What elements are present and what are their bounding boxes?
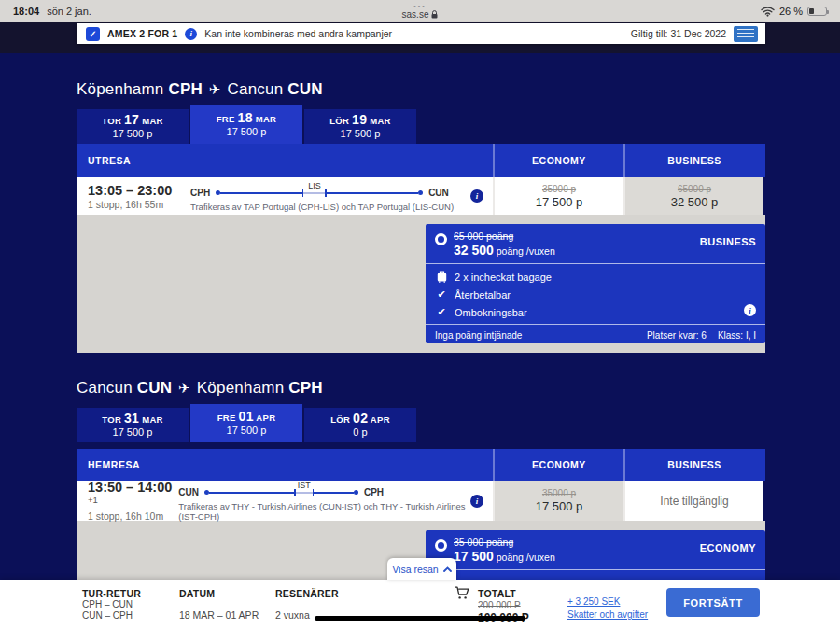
economy-column-header: ECONOMY	[493, 144, 623, 177]
cart-icon[interactable]	[455, 586, 469, 604]
page-options-dots[interactable]: •••	[413, 4, 426, 9]
outbound-fare-panel: 65 000 poäng 32 500 poäng /vuxen BUSINES…	[426, 224, 765, 343]
outbound-flight-stops: 1 stopp, 16h 55m	[88, 199, 190, 210]
tab-inbound-day-prev[interactable]: TOR 31 MAR 17 500 p	[77, 408, 189, 442]
inbound-operator-text: Trafikeras av THY - Turkish Airlines (CU…	[178, 501, 470, 522]
fare-feature-refundable: ✔ Återbetalbar	[435, 288, 756, 301]
booking-summary-bar: TUR-RETUR CPH – CUN CUN – CPH DATUM 18 M…	[0, 580, 840, 629]
continue-button[interactable]: FORTSÄTT	[666, 588, 760, 617]
wifi-icon	[761, 7, 775, 17]
outbound-economy-price-cell[interactable]: 35000 p 17 500 p	[493, 177, 623, 215]
outbound-flight-info: 13:05 – 23:00 1 stopp, 16h 55m CPH LIS C…	[77, 177, 493, 215]
outbound-flight-info-icon[interactable]: i	[470, 189, 483, 203]
outbound-business-price-cell[interactable]: 65000 p 32 500 p	[623, 177, 763, 215]
fare-radio-icon[interactable]	[435, 233, 447, 245]
lock-icon	[431, 10, 438, 19]
outbound-expansion-area: 65 000 poäng 32 500 poäng /vuxen BUSINES…	[77, 215, 765, 353]
promo-info-icon[interactable]: i	[185, 28, 197, 40]
date-summary: DATUM 18 MAR – 01 APR	[179, 588, 259, 621]
inbound-direction-label: HEMRESA	[77, 449, 493, 481]
promo-description: Kan inte kombineras med andra kampanjer	[204, 28, 392, 39]
fare-old-points: 35 000 poäng	[454, 537, 555, 548]
battery-icon	[807, 7, 827, 16]
inbound-flight-info: 13:50 – 14:00 +1 1 stopp, 16h 10m CUN IS…	[77, 481, 493, 521]
plus-day-indicator: +1	[88, 495, 98, 505]
taxes-amount-link[interactable]: + 3 250 SEK	[567, 595, 648, 608]
outbound-operator-text: Trafikeras av TAP Portugal (CPH-LIS) och…	[190, 202, 454, 212]
outbound-route-title: Köpenhamn CPH ✈ Cancun CUN	[77, 80, 323, 99]
tab-outbound-day-next[interactable]: LÖR 19 MAR 17 500 p	[304, 109, 416, 144]
check-icon: ✔	[435, 288, 448, 301]
fare-earn-text: Inga poäng intjänade	[435, 330, 522, 341]
status-bar: 18:04 sön 2 jan. ••• sas.se 26 %	[0, 0, 840, 22]
check-icon: ✔	[435, 306, 448, 318]
inbound-date-tabs: TOR 31 MAR 17 500 p FRE 01 APR 17 500 p …	[77, 404, 416, 442]
outbound-flight-row: 13:05 – 23:00 1 stopp, 16h 55m CPH LIS C…	[77, 177, 765, 215]
inbound-flight-row: 13:50 – 14:00 +1 1 stopp, 16h 10m CUN IS…	[77, 481, 765, 521]
tab-outbound-day-selected[interactable]: FRE 18 MAR 17 500 p	[190, 105, 302, 144]
inbound-fare-panel: 35 000 poäng 17 500 poäng /vuxen ECONOMY…	[426, 530, 765, 580]
chevron-up-icon	[443, 566, 452, 572]
tab-inbound-day-next[interactable]: LÖR 02 APR 0 p	[304, 408, 416, 442]
address-bar[interactable]: sas.se	[402, 9, 439, 20]
stopover-code: IST	[298, 481, 311, 490]
outbound-table-header: UTRESA ECONOMY BUSINESS	[77, 144, 765, 177]
url-text: sas.se	[402, 9, 429, 20]
promo-title: AMEX 2 FOR 1	[107, 28, 177, 39]
inbound-route-title: Cancun CUN ✈ Köpenhamn CPH	[77, 379, 323, 398]
fare-cabin-label: ECONOMY	[700, 537, 756, 564]
economy-column-header: ECONOMY	[493, 449, 623, 481]
promo-validity: Giltig till: 31 Dec 2022	[631, 28, 726, 39]
inbound-flight-time: 13:50 – 14:00 +1	[88, 480, 178, 510]
tab-outbound-day-prev[interactable]: TOR 17 MAR 17 500 p	[77, 109, 189, 144]
fare-info-icon[interactable]: i	[744, 304, 756, 316]
fare-points: 17 500 poäng /vuxen	[454, 549, 555, 564]
business-column-header: BUSINESS	[623, 449, 763, 481]
outbound-direction-label: UTRESA	[77, 144, 493, 177]
promo-checkbox[interactable]: ✓	[86, 27, 100, 41]
taxes-label-link[interactable]: Skatter och avgifter	[567, 608, 648, 622]
inbound-route-graphic: CUN IST CPH	[178, 486, 470, 499]
inbound-economy-price-cell[interactable]: 35000 p 17 500 p	[493, 481, 623, 521]
battery-percent: 26 %	[779, 6, 803, 17]
fare-points: 32 500 poäng /vuxen	[454, 243, 555, 258]
fare-feature-baggage: 2 x incheckat bagage	[435, 271, 756, 283]
fare-old-points: 65 000 poäng	[454, 231, 555, 242]
tab-inbound-day-selected[interactable]: FRE 01 APR 17 500 p	[190, 404, 302, 442]
fare-feature-rebookable: ✔ Ombokningsbar	[435, 306, 756, 318]
fare-cabin-label: BUSINESS	[700, 231, 756, 258]
business-column-header: BUSINESS	[623, 144, 763, 177]
home-indicator[interactable]	[315, 616, 525, 621]
inbound-flight-info-icon[interactable]: i	[470, 495, 483, 508]
show-trip-button[interactable]: Visa resan	[387, 558, 456, 580]
status-date: sön 2 jan.	[47, 6, 91, 17]
luggage-icon	[435, 271, 448, 283]
amex-logo	[734, 26, 758, 42]
outbound-flight-time: 13:05 – 23:00	[88, 183, 190, 198]
plane-icon: ✈	[207, 81, 223, 97]
fare-seats-left: Platser kvar: 6	[647, 330, 707, 341]
trip-type-summary: TUR-RETUR CPH – CUN CUN – CPH	[82, 588, 141, 622]
plane-icon: ✈	[176, 380, 192, 396]
inbound-flight-stops: 1 stopp, 16h 10m	[88, 510, 178, 522]
clock: 18:04	[13, 6, 39, 17]
fare-booking-class: Klass: I, I	[718, 330, 756, 341]
outbound-date-tabs: TOR 17 MAR 17 500 p FRE 18 MAR 17 500 p …	[77, 105, 416, 144]
stopover-code: LIS	[308, 181, 321, 190]
inbound-business-price-cell: Inte tillgänglig	[623, 481, 763, 521]
inbound-table-header: HEMRESA ECONOMY BUSINESS	[77, 449, 765, 481]
taxes-links: + 3 250 SEK Skatter och avgifter	[567, 595, 648, 622]
amex-promo-banner: ✓ AMEX 2 FOR 1 i Kan inte kombineras med…	[77, 23, 765, 44]
outbound-route-graphic: CPH LIS CUN	[190, 187, 454, 200]
fare-radio-icon[interactable]	[435, 539, 447, 552]
